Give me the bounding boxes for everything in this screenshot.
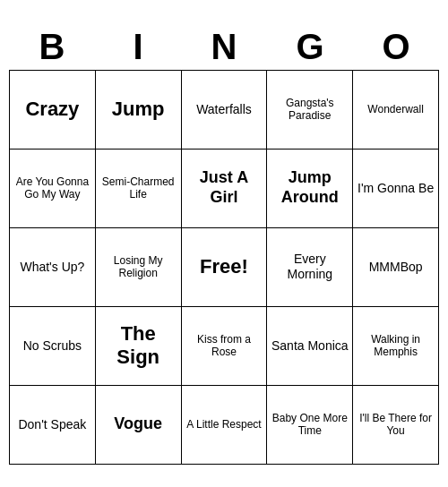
cell-r0-c2: Waterfalls (182, 71, 268, 150)
cell-text: Just A Girl (185, 168, 264, 207)
header-letter: B (9, 23, 95, 70)
bingo-card: BINGO CrazyJumpWaterfallsGangsta's Parad… (9, 23, 439, 465)
cell-r3-c2: Kiss from a Rose (182, 307, 268, 386)
cell-r1-c1: Semi-Charmed Life (96, 150, 182, 228)
cell-r0-c0: Crazy (10, 71, 96, 150)
cell-text: Every Morning (270, 252, 349, 282)
cell-r4-c1: Vogue (96, 386, 182, 465)
header-letter: N (181, 23, 267, 70)
cell-text: Wonderwall (367, 103, 423, 115)
cell-text: Santa Monica (271, 338, 349, 354)
bingo-header: BINGO (9, 23, 439, 70)
cell-r4-c2: A Little Respect (182, 386, 268, 465)
cell-r3-c3: Santa Monica (267, 307, 353, 386)
cell-text: A Little Respect (186, 418, 261, 431)
cell-r1-c4: I'm Gonna Be (353, 150, 439, 228)
cell-text: Losing My Religion (99, 254, 178, 280)
cell-r0-c4: Wonderwall (353, 71, 439, 150)
cell-text: Crazy (25, 98, 79, 121)
cell-r2-c1: Losing My Religion (96, 228, 182, 307)
cell-r1-c2: Just A Girl (182, 150, 268, 228)
cell-text: Waterfalls (196, 102, 252, 117)
cell-text: The Sign (99, 322, 178, 370)
cell-text: Semi-Charmed Life (99, 175, 178, 201)
header-letter: I (95, 23, 181, 70)
cell-text: I'm Gonna Be (358, 181, 434, 196)
cell-text: What's Up? (20, 260, 84, 275)
cell-text: Jump (112, 98, 165, 121)
cell-r3-c0: No Scrubs (10, 307, 96, 386)
cell-r2-c4: MMMBop (353, 228, 439, 307)
cell-r1-c0: Are You Gonna Go My Way (10, 150, 96, 228)
cell-text: No Scrubs (23, 338, 82, 354)
cell-text: I'll Be There for You (356, 412, 435, 438)
cell-text: Kiss from a Rose (185, 333, 264, 359)
cell-r0-c1: Jump (96, 71, 182, 150)
cell-r3-c4: Walking in Memphis (353, 307, 439, 386)
cell-text: Gangsta's Paradise (270, 97, 349, 123)
cell-r4-c4: I'll Be There for You (353, 386, 439, 465)
header-letter: O (353, 23, 439, 70)
cell-text: Don't Speak (18, 417, 86, 432)
bingo-grid: CrazyJumpWaterfallsGangsta's ParadiseWon… (9, 70, 439, 465)
cell-r0-c3: Gangsta's Paradise (267, 71, 353, 150)
header-letter: G (267, 23, 353, 70)
cell-text: Baby One More Time (270, 412, 349, 438)
cell-text: Free! (200, 255, 248, 278)
cell-r3-c1: The Sign (96, 307, 182, 386)
cell-r2-c0: What's Up? (10, 228, 96, 307)
cell-text: Vogue (114, 414, 162, 434)
cell-r4-c0: Don't Speak (10, 386, 96, 465)
cell-r2-c2: Free! (182, 228, 268, 307)
cell-text: Are You Gonna Go My Way (13, 175, 92, 201)
cell-text: Walking in Memphis (356, 333, 435, 359)
cell-text: MMMBop (369, 260, 423, 275)
cell-r2-c3: Every Morning (267, 228, 353, 307)
cell-text: Jump Around (270, 168, 349, 207)
cell-r4-c3: Baby One More Time (267, 386, 353, 465)
cell-r1-c3: Jump Around (267, 150, 353, 228)
